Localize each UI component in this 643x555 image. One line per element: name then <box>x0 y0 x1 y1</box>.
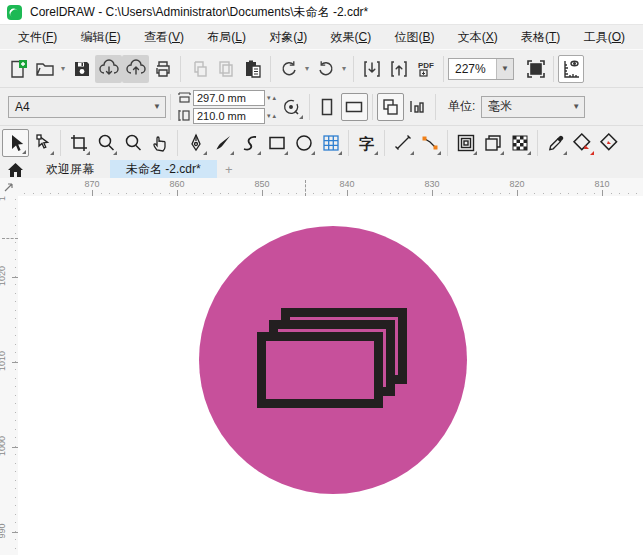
transparency-tool[interactable] <box>506 129 533 157</box>
new-document-button[interactable] <box>4 55 31 83</box>
menu-item-5[interactable]: 效果(C) <box>324 27 377 48</box>
current-page-button[interactable] <box>404 93 431 121</box>
page-height-spinner[interactable]: ▾ ▴ <box>267 112 276 120</box>
stacked-frames-artwork[interactable] <box>193 220 473 500</box>
pan-tool[interactable] <box>146 129 173 157</box>
redo-dropdown-arrow[interactable]: ▾ <box>339 64 349 73</box>
pick-tool[interactable] <box>2 129 29 157</box>
ruler-label: 1020 <box>0 262 7 290</box>
zoom-level-combobox[interactable]: 227% ▼ <box>448 58 514 80</box>
dimension-tool[interactable] <box>389 129 416 157</box>
menu-item-8[interactable]: 表格(T) <box>515 27 566 48</box>
coreldraw-logo-icon <box>7 5 22 20</box>
landscape-button[interactable] <box>341 93 368 121</box>
rectangle-tool[interactable] <box>263 129 290 157</box>
freehand-tool[interactable] <box>236 129 263 157</box>
drop-shadow-tool[interactable] <box>479 129 506 157</box>
ruler-minor-tick <box>15 539 16 540</box>
ruler-minor-tick <box>449 193 450 194</box>
coreldraw-window: CorelDRAW - C:\Users\Administrator\Docum… <box>0 0 643 555</box>
ruler-minor-tick <box>441 193 442 194</box>
menu-item-3[interactable]: 布局(L) <box>201 27 252 48</box>
new-document-tab-button[interactable]: + <box>217 160 241 179</box>
zoom-dropdown-arrow[interactable]: ▼ <box>496 59 513 79</box>
undo-dropdown-arrow[interactable]: ▾ <box>302 64 312 73</box>
flyout-arrow <box>527 151 531 155</box>
undo-button[interactable] <box>275 55 302 83</box>
cloud-download-button[interactable] <box>95 55 122 83</box>
fullscreen-preview-button[interactable] <box>522 55 549 83</box>
all-pages-button[interactable] <box>377 93 404 121</box>
tab-document[interactable]: 未命名 -2.cdr* <box>110 160 217 179</box>
print-button[interactable] <box>149 55 176 83</box>
flyout-arrow <box>257 151 261 155</box>
publish-to-pdf-button[interactable]: PDF <box>412 55 439 83</box>
ruler-minor-tick <box>15 369 16 370</box>
page-size-dropdown-arrow[interactable]: ▼ <box>149 97 165 117</box>
tab-welcome-screen[interactable]: 欢迎屏幕 <box>30 160 110 179</box>
zoom-out-tool[interactable] <box>119 129 146 157</box>
portrait-button[interactable] <box>314 93 341 121</box>
ruler-minor-tick <box>160 193 161 194</box>
ruler-minor-tick <box>271 193 272 194</box>
snap-to-options-button[interactable] <box>278 93 305 121</box>
vertical-ruler[interactable]: 1030102010101000990 <box>0 196 18 555</box>
ruler-minor-tick <box>585 193 586 194</box>
title-bar: CorelDRAW - C:\Users\Administrator\Docum… <box>0 0 643 24</box>
import-button[interactable] <box>358 55 385 83</box>
paste-button[interactable] <box>239 55 266 83</box>
menu-item-1[interactable]: 编辑(E) <box>75 27 127 48</box>
flyout-arrow <box>338 151 342 155</box>
ruler-minor-tick <box>543 193 544 194</box>
menu-item-4[interactable]: 对象(J) <box>263 27 313 48</box>
toolbox-separator <box>60 130 61 156</box>
open-button[interactable] <box>31 55 58 83</box>
menu-item-9[interactable]: 工具(O) <box>578 27 631 48</box>
ruler-minor-tick <box>560 193 561 194</box>
propbar-separator <box>372 94 373 120</box>
home-tab[interactable] <box>0 160 30 179</box>
contour-tool[interactable] <box>452 129 479 157</box>
page-size-combobox[interactable]: A4 ▼ <box>8 96 166 118</box>
crop-tool[interactable] <box>65 129 92 157</box>
page-height-field[interactable]: 210.0 mm <box>193 108 265 124</box>
redo-button[interactable] <box>312 55 339 83</box>
show-rulers-button[interactable] <box>558 55 584 83</box>
ruler-label: 830 <box>418 179 446 189</box>
connector-tool[interactable] <box>416 129 443 157</box>
ruler-label: 990 <box>0 517 7 545</box>
horizontal-ruler[interactable]: 870860850840830820810 <box>18 178 643 196</box>
menu-item-0[interactable]: 文件(F) <box>12 27 63 48</box>
drawing-canvas[interactable] <box>18 196 643 555</box>
save-button[interactable] <box>68 55 95 83</box>
export-button[interactable] <box>385 55 412 83</box>
ruler-minor-tick <box>15 318 16 319</box>
page-width-spinner[interactable]: ▾ ▴ <box>267 94 276 102</box>
ruler-minor-tick <box>152 193 153 194</box>
ruler-label: 1010 <box>0 347 7 375</box>
text-tool[interactable]: 字 <box>353 129 380 157</box>
open-dropdown-arrow[interactable]: ▾ <box>58 64 68 73</box>
units-combobox[interactable]: 毫米 ▼ <box>481 96 585 118</box>
ruler-origin-button[interactable] <box>0 178 18 196</box>
ruler-minor-tick <box>15 344 16 345</box>
stacked-frames-icon[interactable] <box>262 313 403 404</box>
pen-tool[interactable] <box>182 129 209 157</box>
artistic-media-tool[interactable] <box>209 129 236 157</box>
table-tool[interactable] <box>317 129 344 157</box>
eyedropper-tool[interactable] <box>542 129 569 157</box>
units-dropdown-arrow[interactable]: ▼ <box>568 97 584 117</box>
ellipse-tool[interactable] <box>290 129 317 157</box>
menu-item-7[interactable]: 文本(X) <box>452 27 504 48</box>
zoom-tool[interactable] <box>92 129 119 157</box>
cloud-upload-button[interactable] <box>122 55 149 83</box>
shape-tool[interactable] <box>29 129 56 157</box>
smart-fill-tool[interactable] <box>596 129 623 157</box>
menu-item-2[interactable]: 查看(V) <box>138 27 190 48</box>
interactive-fill-tool[interactable] <box>569 129 596 157</box>
page-width-field[interactable]: 297.0 mm <box>193 90 265 106</box>
flyout-arrow <box>437 151 441 155</box>
toolbox-separator <box>447 130 448 156</box>
page-width-icon <box>177 92 191 103</box>
menu-item-6[interactable]: 位图(B) <box>388 27 440 48</box>
